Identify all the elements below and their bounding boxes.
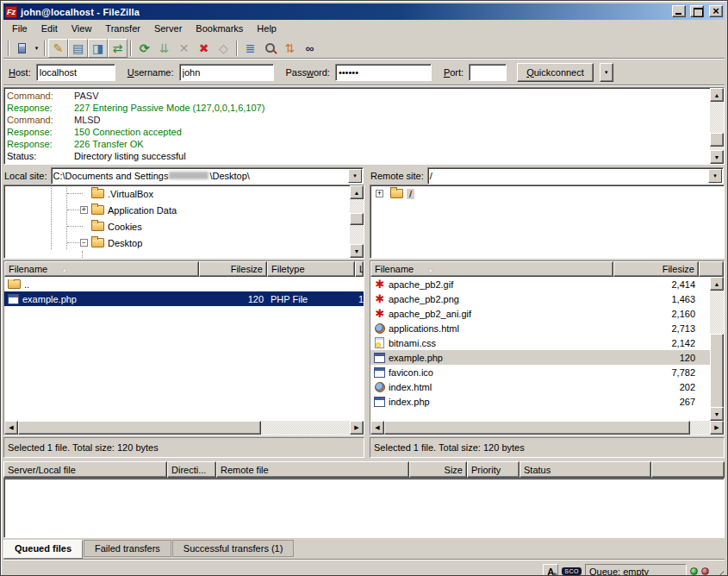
toolbar bbox=[3, 37, 725, 59]
reconnect-button[interactable] bbox=[214, 39, 233, 58]
list-item[interactable]: apache_pb2.png1,463 bbox=[370, 291, 724, 306]
refresh-button[interactable] bbox=[134, 39, 154, 58]
toggle-local-tree-button[interactable] bbox=[68, 39, 88, 58]
remote-list-scrollbar[interactable] bbox=[710, 277, 724, 421]
ico-file-icon bbox=[374, 367, 385, 378]
remote-list-header: Filename Filesize bbox=[370, 261, 724, 277]
scrollbar-left-button[interactable] bbox=[370, 421, 384, 435]
menu-server[interactable]: Server bbox=[147, 22, 189, 35]
css-file-icon bbox=[375, 337, 384, 348]
tree-item-virtualbox[interactable]: .VirtualBox bbox=[4, 185, 364, 202]
list-item[interactable]: index.php267 bbox=[370, 394, 724, 409]
local-tree-scrollbar[interactable] bbox=[350, 185, 364, 258]
menu-bookmarks[interactable]: Bookmarks bbox=[189, 22, 250, 35]
host-input[interactable] bbox=[36, 64, 115, 81]
list-item-parent-dir[interactable]: .. bbox=[4, 277, 364, 291]
tree-item-cookies[interactable]: Cookies bbox=[4, 218, 364, 235]
tab-queued-files[interactable]: Queued files bbox=[3, 540, 83, 559]
maximize-button[interactable] bbox=[690, 5, 704, 17]
scrollbar-right-button[interactable] bbox=[350, 421, 364, 435]
column-header-filename[interactable]: Filename bbox=[370, 261, 613, 277]
column-header-size[interactable]: Size bbox=[409, 461, 467, 478]
local-list-hscrollbar[interactable] bbox=[4, 421, 364, 435]
minimize-button[interactable] bbox=[672, 5, 686, 17]
column-header-filetype[interactable]: Filetype bbox=[267, 261, 355, 277]
scrollbar-thumb[interactable] bbox=[18, 421, 261, 435]
scrollbar-thumb[interactable] bbox=[710, 334, 724, 409]
menu-help[interactable]: Help bbox=[250, 22, 283, 35]
column-header-filesize[interactable]: Filesize bbox=[199, 261, 267, 277]
toolbar-separator bbox=[44, 41, 46, 56]
scrollbar-down-button[interactable] bbox=[710, 150, 724, 164]
toggle-queue-button[interactable] bbox=[108, 39, 128, 58]
speed-limits-indicator[interactable]: SCO bbox=[562, 567, 582, 575]
disconnect-button[interactable] bbox=[194, 39, 214, 58]
toggle-remote-tree-button[interactable] bbox=[88, 39, 108, 58]
filename-filters-button[interactable] bbox=[260, 39, 280, 58]
find-files-button[interactable] bbox=[300, 39, 320, 58]
queue-body[interactable] bbox=[3, 478, 725, 538]
menu-file[interactable]: File bbox=[5, 22, 34, 35]
list-item[interactable]: apache_pb2.gif2,414 bbox=[370, 277, 724, 291]
scrollbar-up-button[interactable] bbox=[710, 277, 724, 291]
scrollbar-down-button[interactable] bbox=[350, 244, 364, 258]
expand-plus-icon[interactable]: + bbox=[376, 190, 383, 197]
menu-transfer[interactable]: Transfer bbox=[98, 22, 147, 35]
column-header-filesize[interactable]: Filesize bbox=[613, 261, 699, 277]
site-manager-dropdown[interactable] bbox=[32, 39, 41, 58]
tree-item-application-data[interactable]: +Application Data bbox=[4, 202, 364, 218]
remote-list-hscrollbar[interactable] bbox=[370, 421, 724, 435]
column-header-server-local-file[interactable]: Server/Local file bbox=[3, 461, 167, 478]
scrollbar-thumb[interactable] bbox=[710, 133, 724, 147]
list-item[interactable]: applications.html2,713 bbox=[370, 321, 724, 335]
tab-failed-transfers[interactable]: Failed transfers bbox=[84, 540, 171, 557]
transfer-type-indicator[interactable]: A bbox=[543, 564, 558, 576]
toolbar-separator bbox=[130, 41, 132, 56]
port-input[interactable] bbox=[469, 64, 507, 81]
close-button[interactable] bbox=[709, 5, 723, 17]
list-item[interactable]: apache_pb2_ani.gif2,160 bbox=[370, 306, 724, 321]
password-input[interactable] bbox=[335, 64, 432, 81]
username-input[interactable] bbox=[179, 64, 274, 81]
column-header-status[interactable]: Status bbox=[520, 461, 651, 478]
resize-grip[interactable] bbox=[712, 570, 724, 576]
log-line: Response:227 Entering Passive Mode (127,… bbox=[4, 102, 724, 114]
scrollbar-left-button[interactable] bbox=[4, 421, 18, 435]
combo-dropdown-icon[interactable] bbox=[348, 169, 362, 183]
log-scrollbar[interactable] bbox=[710, 88, 724, 164]
column-header-lastmodified[interactable]: L bbox=[355, 261, 364, 277]
scrollbar-up-button[interactable] bbox=[710, 88, 724, 102]
site-manager-button[interactable] bbox=[12, 39, 32, 58]
menu-edit[interactable]: Edit bbox=[34, 22, 65, 35]
quickconnect-button[interactable]: Quickconnect bbox=[517, 63, 594, 82]
directory-comparison-button[interactable] bbox=[240, 39, 260, 58]
list-item[interactable]: index.html202 bbox=[370, 379, 724, 394]
toggle-message-log-button[interactable] bbox=[48, 39, 68, 58]
list-item-example-php[interactable]: example.php 120 PHP File 1 bbox=[4, 291, 364, 306]
process-queue-button[interactable] bbox=[154, 39, 174, 58]
quickconnect-dropdown[interactable] bbox=[600, 63, 613, 82]
cancel-operation-button[interactable] bbox=[174, 39, 194, 58]
column-header-direction[interactable]: Directi... bbox=[167, 461, 216, 478]
scrollbar-thumb[interactable] bbox=[384, 421, 690, 435]
list-item[interactable]: favicon.ico7,782 bbox=[370, 365, 724, 379]
column-header-filename[interactable]: Filename bbox=[4, 261, 199, 277]
scrollbar-up-button[interactable] bbox=[350, 185, 364, 199]
combo-dropdown-icon[interactable] bbox=[708, 169, 722, 183]
menu-view[interactable]: View bbox=[65, 22, 99, 35]
local-directory-tree: .VirtualBox +Application Data Cookies -D… bbox=[3, 185, 364, 259]
window-controls bbox=[670, 5, 723, 19]
scrollbar-thumb[interactable] bbox=[350, 213, 364, 225]
list-item[interactable]: bitnami.css2,142 bbox=[370, 335, 724, 350]
tree-item-desktop[interactable]: -Desktop bbox=[4, 235, 364, 251]
column-header-priority[interactable]: Priority bbox=[467, 461, 520, 478]
scrollbar-right-button[interactable] bbox=[710, 421, 724, 435]
column-header-remote-file[interactable]: Remote file bbox=[216, 461, 409, 478]
tab-successful-transfers[interactable]: Successful transfers (1) bbox=[172, 540, 295, 557]
tree-item-root[interactable]: + / bbox=[370, 185, 724, 202]
synchronized-browsing-button[interactable] bbox=[280, 39, 300, 58]
scrollbar-down-button[interactable] bbox=[710, 407, 724, 421]
list-item-selected[interactable]: example.php120 bbox=[370, 350, 724, 365]
remote-site-combo[interactable]: / bbox=[427, 167, 724, 185]
local-site-combo[interactable]: C:\Documents and Settings\Desktop\ bbox=[51, 167, 364, 185]
